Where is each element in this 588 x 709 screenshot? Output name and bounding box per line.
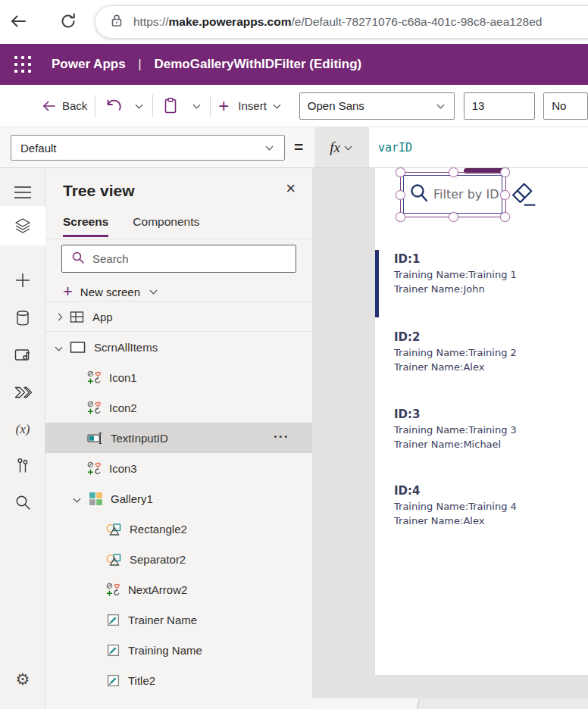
insert-rail-icon[interactable] xyxy=(0,264,45,297)
tree-item-icon3[interactable]: Icon3 xyxy=(45,453,312,483)
gallery-item-trainer: Trainer Name:Alex xyxy=(394,360,583,374)
data-icon[interactable] xyxy=(0,301,45,335)
filter-input-field[interactable] xyxy=(433,187,502,201)
paste-button[interactable] xyxy=(161,96,180,116)
chevron-down-icon xyxy=(344,142,352,150)
new-screen-button[interactable]: + New screen xyxy=(63,279,159,305)
insert-button[interactable]: + Insert xyxy=(218,97,283,115)
tree-item-title2[interactable]: Title2 xyxy=(45,665,312,695)
tree-item-label: Gallery1 xyxy=(111,492,153,505)
eraser-icon[interactable] xyxy=(509,179,538,212)
selection-handle[interactable] xyxy=(396,167,405,177)
gallery-item-training: Training Name:Training 3 xyxy=(394,423,583,437)
selection-handle[interactable] xyxy=(500,167,510,177)
browser-refresh-icon[interactable] xyxy=(58,11,79,32)
chevron-down-icon[interactable] xyxy=(55,343,63,351)
tree-view-title: Tree view xyxy=(63,182,135,200)
selection-handle[interactable] xyxy=(396,190,405,200)
hamburger-menu-icon[interactable] xyxy=(0,176,45,209)
gallery-item[interactable]: ID:3 Training Name:Training 3 Trainer Na… xyxy=(394,407,583,451)
chevron-right-icon[interactable] xyxy=(55,313,63,320)
tree-item-label: Rectangle2 xyxy=(130,523,187,536)
selection-handle[interactable] xyxy=(500,212,510,222)
undo-button[interactable] xyxy=(103,96,123,116)
gallery-item-trainer: Trainer Name:Alex xyxy=(394,514,583,528)
screen-icon xyxy=(69,341,86,354)
advanced-tools-icon[interactable] xyxy=(0,449,45,483)
selected-control-outline[interactable] xyxy=(400,172,506,217)
text-input-icon xyxy=(87,432,103,445)
toolbar-divider xyxy=(152,95,153,117)
search-icon xyxy=(409,183,429,207)
tree-item-icon2[interactable]: Icon2 xyxy=(45,392,312,423)
paste-dropdown[interactable] xyxy=(191,102,202,110)
tree-item-separator2[interactable]: Separator2 xyxy=(45,544,312,574)
font-family-select[interactable]: Open Sans xyxy=(299,92,455,120)
tabs-divider xyxy=(45,239,312,239)
shape-icon xyxy=(106,522,122,536)
icon-control-icon xyxy=(87,401,102,415)
search-input[interactable] xyxy=(92,252,267,265)
variables-icon[interactable]: (x) xyxy=(0,413,45,446)
url-bar[interactable]: https://make.powerapps.com/e/Default-782… xyxy=(95,5,588,39)
tree-item-app[interactable]: App xyxy=(45,301,312,332)
tree-search-box[interactable] xyxy=(61,245,296,273)
media-icon[interactable] xyxy=(0,339,45,372)
search-rail-icon[interactable] xyxy=(0,486,45,519)
studio-bottom-bar xyxy=(312,698,588,709)
property-value: Default xyxy=(20,142,57,155)
tab-components[interactable]: Components xyxy=(133,215,199,237)
back-button[interactable]: Back xyxy=(42,99,87,113)
tree-view-icon[interactable] xyxy=(0,206,45,245)
browser-back-icon[interactable] xyxy=(8,11,29,32)
tree-item-scrnallitems[interactable]: ScrnAllItems xyxy=(45,332,312,362)
app-canvas[interactable]: ID:1 Training Name:Training 1 Trainer Na… xyxy=(375,168,588,675)
tree-item-icon1[interactable]: Icon1 xyxy=(45,362,312,392)
gallery-item[interactable]: ID:4 Training Name:Training 4 Trainer Na… xyxy=(394,483,583,528)
formula-text: varID xyxy=(378,141,412,155)
tree-item-nextarrow2[interactable]: NextArrow2 xyxy=(45,574,312,604)
chevron-down-icon[interactable] xyxy=(74,495,81,502)
icon-control-icon xyxy=(87,461,102,476)
selection-handle[interactable] xyxy=(449,167,458,177)
selection-handle[interactable] xyxy=(449,212,458,222)
plus-icon: + xyxy=(63,283,73,300)
fx-label: fx xyxy=(330,139,340,156)
tab-screens[interactable]: Screens xyxy=(63,215,108,237)
settings-gear-icon[interactable]: ⚙ xyxy=(0,663,45,696)
tree-item-label: Separator2 xyxy=(130,553,186,566)
tree-item-label: Icon2 xyxy=(109,401,137,414)
tree-item-textinputid[interactable]: TextInputID ••• xyxy=(45,423,312,453)
close-icon[interactable]: × xyxy=(286,180,296,197)
property-selector[interactable]: Default xyxy=(11,135,285,161)
app-icon xyxy=(69,311,85,323)
gallery-item-training: Training Name:Training 1 xyxy=(394,267,583,282)
more-options-icon[interactable]: ••• xyxy=(274,432,289,441)
gallery-item-training: Training Name:Training 2 xyxy=(394,345,583,360)
tree-item-trainer-name[interactable]: Trainer Name xyxy=(45,604,312,635)
brand-name: Power Apps xyxy=(52,57,126,71)
filter-by-id-input[interactable] xyxy=(403,175,502,214)
tree-item-rectangle2[interactable]: Rectangle2 xyxy=(45,514,312,544)
font-size-input[interactable]: 13 xyxy=(464,92,536,120)
shape-icon xyxy=(106,552,122,567)
tree-item-label: TextInputID xyxy=(111,432,168,445)
fx-button[interactable]: fx xyxy=(314,127,369,167)
font-style-select[interactable]: No xyxy=(543,92,588,120)
gallery-item[interactable]: ID:1 Training Name:Training 1 Trainer Na… xyxy=(394,251,583,296)
font-style-value: No xyxy=(552,99,566,112)
plus-icon: + xyxy=(218,97,229,115)
power-automate-icon[interactable] xyxy=(0,376,45,409)
selection-handle[interactable] xyxy=(396,212,405,222)
undo-dropdown[interactable] xyxy=(133,102,145,110)
label-control-icon xyxy=(106,643,120,657)
tree-item-gallery1[interactable]: Gallery1 xyxy=(45,483,312,514)
tree-item-label: ScrnAllItems xyxy=(94,341,158,354)
waffle-menu-icon[interactable] xyxy=(14,55,32,73)
tree-item-training-name[interactable]: Training Name xyxy=(45,635,312,665)
gallery-item[interactable]: ID:2 Training Name:Training 2 Trainer Na… xyxy=(394,330,583,374)
tree-item-label: Training Name xyxy=(128,644,202,657)
formula-input[interactable]: varID xyxy=(369,127,588,167)
lock-icon[interactable] xyxy=(108,11,126,33)
gallery-icon xyxy=(89,492,103,506)
